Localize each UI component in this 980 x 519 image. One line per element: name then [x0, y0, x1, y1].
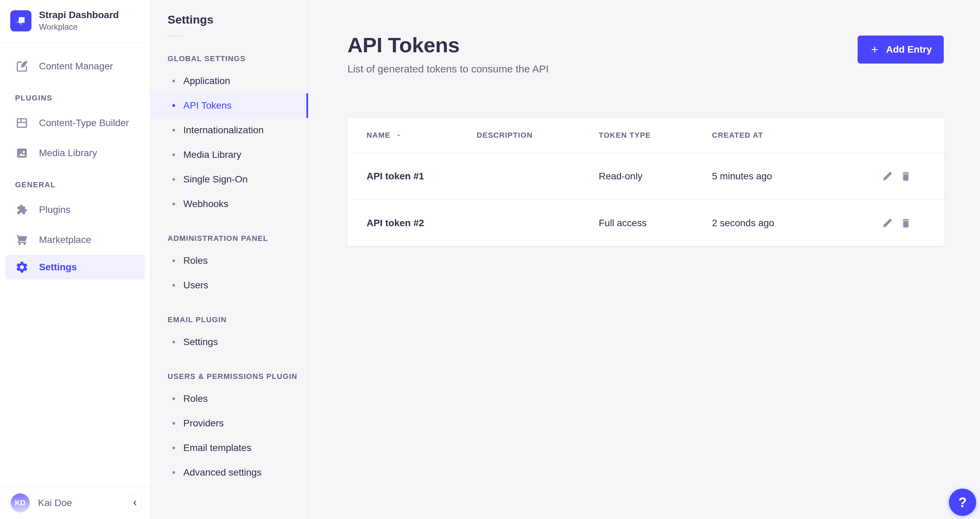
- sidebar-item-plugins[interactable]: Plugins: [0, 195, 150, 225]
- sidebar-item-content-manager[interactable]: Content Manager: [0, 51, 150, 81]
- bullet-icon: [172, 104, 175, 107]
- subnav-item-label: Advanced settings: [183, 467, 262, 478]
- content-manager-icon: [15, 59, 29, 73]
- marketplace-icon: [15, 233, 29, 247]
- subnav-item-label: Application: [183, 76, 230, 86]
- subnav-item-label: Media Library: [183, 149, 242, 160]
- delete-token-button[interactable]: [900, 170, 912, 182]
- subnav-item-label: Users: [183, 280, 208, 291]
- sidebar-item-label: Media Library: [39, 148, 97, 159]
- subnav-item-label: Internationalization: [183, 125, 264, 136]
- chevron-left-icon: [131, 499, 139, 507]
- column-header-label: TOKEN TYPE: [599, 131, 651, 140]
- collapse-sidebar-button[interactable]: [129, 494, 141, 512]
- column-header-name[interactable]: NAME: [367, 131, 477, 140]
- subnav-item-internationalization[interactable]: Internationalization: [150, 118, 308, 143]
- subnav-item-media-library[interactable]: Media Library: [150, 143, 308, 167]
- column-header-description[interactable]: DESCRIPTION: [477, 131, 599, 140]
- edit-token-button[interactable]: [881, 170, 893, 182]
- column-header-token-type[interactable]: TOKEN TYPE: [599, 131, 712, 140]
- help-button[interactable]: ?: [949, 489, 976, 516]
- row-actions: [870, 217, 925, 229]
- column-header-label: DESCRIPTION: [477, 131, 533, 140]
- subnav-item-application[interactable]: Application: [150, 69, 308, 93]
- bullet-icon: [172, 79, 175, 83]
- add-entry-button[interactable]: Add Entry: [858, 35, 944, 63]
- bullet-icon: [172, 446, 175, 449]
- avatar: KD: [11, 494, 30, 513]
- settings-icon: [15, 260, 29, 274]
- workspace-brand[interactable]: Strapi Dashboard Workplace: [0, 0, 150, 43]
- main-content: API Tokens List of generated tokens to c…: [309, 0, 980, 519]
- subnav-section-label-administration-panel: ADMINISTRATION PANEL: [150, 216, 308, 248]
- content-type-builder-icon: [15, 116, 29, 130]
- bullet-icon: [172, 422, 175, 425]
- trash-icon: [900, 217, 912, 229]
- workspace-title: Strapi Dashboard: [39, 10, 119, 21]
- subnav-section-label-email-plugin: EMAIL PLUGIN: [150, 298, 308, 330]
- workspace-subtitle: Workplace: [39, 22, 119, 32]
- subnav-item-label: API Tokens: [183, 100, 231, 111]
- sidebar-item-content-type-builder[interactable]: Content-Type Builder: [0, 108, 150, 138]
- plugins-icon: [15, 203, 29, 217]
- settings-subnav: Settings GLOBAL SETTINGSApplicationAPI T…: [150, 0, 309, 519]
- subnav-item-users[interactable]: Users: [150, 273, 308, 298]
- table-row[interactable]: API token #1Read-only5 minutes ago: [347, 153, 945, 200]
- subnav-item-label: Webhooks: [183, 198, 228, 210]
- table-header: NAMEDESCRIPTIONTOKEN TYPECREATED AT: [347, 118, 945, 153]
- tokens-table: NAMEDESCRIPTIONTOKEN TYPECREATED AT API …: [347, 118, 945, 246]
- token-type-cell: Full access: [599, 217, 712, 229]
- table-row[interactable]: API token #2Full access2 seconds ago: [347, 200, 945, 246]
- strapi-logo-icon: [10, 10, 32, 32]
- column-header-label: CREATED AT: [712, 131, 763, 140]
- sidebar-item-marketplace[interactable]: Marketplace: [0, 225, 150, 255]
- bullet-icon: [172, 471, 175, 474]
- bullet-icon: [172, 397, 175, 400]
- subnav-item-providers[interactable]: Providers: [150, 411, 308, 436]
- subnav-item-roles[interactable]: Roles: [150, 386, 308, 411]
- sidebar-item-label: Content Manager: [39, 61, 113, 72]
- column-header-label: NAME: [367, 131, 390, 140]
- subnav-item-single-sign-on[interactable]: Single Sign-On: [150, 167, 308, 192]
- subnav-section-label-users-permissions-plugin: USERS & PERMISSIONS PLUGIN: [150, 354, 308, 386]
- pencil-icon: [881, 217, 893, 229]
- delete-token-button[interactable]: [900, 217, 912, 229]
- add-entry-label: Add Entry: [886, 44, 932, 55]
- bullet-icon: [172, 259, 175, 262]
- column-header-created-at[interactable]: CREATED AT: [712, 131, 870, 140]
- user-name: Kai Doe: [38, 497, 72, 508]
- edit-token-button[interactable]: [881, 217, 893, 229]
- subnav-item-webhooks[interactable]: Webhooks: [150, 192, 308, 216]
- user-profile[interactable]: KD Kai Doe: [0, 487, 150, 519]
- subnav-item-email-templates[interactable]: Email templates: [150, 436, 308, 460]
- sidebar-item-label: Plugins: [39, 204, 70, 215]
- sidebar-item-label: Content-Type Builder: [39, 117, 129, 129]
- subnav-item-advanced-settings[interactable]: Advanced settings: [150, 460, 308, 485]
- subnav-item-api-tokens[interactable]: API Tokens: [150, 93, 308, 118]
- subnav-item-label: Roles: [183, 255, 208, 266]
- bullet-icon: [172, 203, 175, 205]
- sidebar-item-media-library[interactable]: Media Library: [0, 138, 150, 168]
- subnav-item-roles[interactable]: Roles: [150, 248, 308, 273]
- media-library-icon: [15, 146, 29, 160]
- page-title: API Tokens: [347, 33, 549, 57]
- token-name-cell: API token #2: [367, 217, 477, 229]
- sidebar-item-label: Settings: [39, 262, 76, 273]
- subnav-item-label: Settings: [183, 336, 218, 348]
- sidebar-item-settings[interactable]: Settings: [5, 255, 145, 279]
- subnav-item-label: Single Sign-On: [183, 174, 248, 185]
- subnav-title: Settings: [150, 0, 308, 26]
- token-created-cell: 5 minutes ago: [712, 171, 870, 182]
- subnav-sections: GLOBAL SETTINGSApplicationAPI TokensInte…: [150, 37, 308, 485]
- nav-section-label-general: GENERAL: [0, 168, 150, 195]
- token-type-cell: Read-only: [599, 171, 712, 182]
- plus-icon: [870, 44, 880, 55]
- sort-ascending-icon: [396, 133, 401, 138]
- main-sidebar: Strapi Dashboard Workplace Content Manag…: [0, 0, 150, 519]
- row-actions: [870, 170, 925, 182]
- subnav-item-settings[interactable]: Settings: [150, 330, 308, 354]
- question-mark-icon: ?: [958, 495, 967, 510]
- bullet-icon: [172, 341, 175, 343]
- subnav-section-label-global-settings: GLOBAL SETTINGS: [150, 37, 308, 69]
- bullet-icon: [172, 129, 175, 132]
